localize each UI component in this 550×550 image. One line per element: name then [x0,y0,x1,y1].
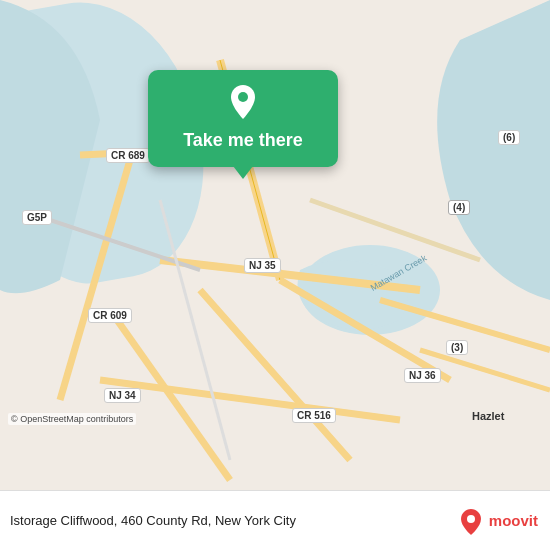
road-label-nj36: NJ 36 [404,368,441,383]
road-label-nj35-mid: NJ 35 [244,258,281,273]
location-pin-icon [225,84,261,120]
road-label-g5p: G5P [22,210,52,225]
map-container: NJ 35 CR 689 G5P NJ 35 CR 609 NJ 34 CR 5… [0,0,550,490]
moovit-pin-icon [457,507,485,535]
hazlet-label: Hazlet [472,410,504,422]
road-label-nj34: NJ 34 [104,388,141,403]
road-label-cr609: CR 609 [88,308,132,323]
road-label-cr516: CR 516 [292,408,336,423]
road-label-4: (4) [448,200,470,215]
svg-point-16 [238,92,248,102]
road-label-cr689: CR 689 [106,148,150,163]
popup-card: Take me there [148,70,338,167]
location-text: Istorage Cliffwood, 460 County Rd, New Y… [10,513,457,528]
take-me-there-button[interactable]: Take me there [183,130,303,151]
moovit-logo: moovit [457,507,538,535]
osm-attribution: © OpenStreetMap contributors [8,413,136,425]
road-label-6: (6) [498,130,520,145]
moovit-wordmark: moovit [489,512,538,529]
svg-point-17 [467,515,475,523]
road-label-3: (3) [446,340,468,355]
bottom-bar: Istorage Cliffwood, 460 County Rd, New Y… [0,490,550,550]
